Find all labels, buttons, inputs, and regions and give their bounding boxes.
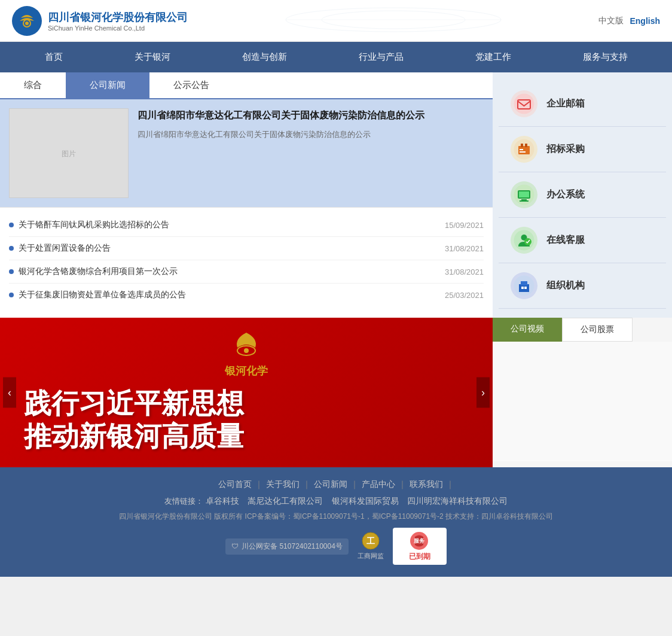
police-badge[interactable]: 🛡 川公网安备 51072402110004号 [225, 538, 349, 555]
right-sidebar: 企业邮箱 招标采购 [493, 72, 672, 318]
footer-link-about[interactable]: 关于我们 [266, 479, 300, 490]
nav-innovation[interactable]: 创造与创新 [206, 42, 323, 72]
news-dot [9, 223, 14, 227]
tab-company-video[interactable]: 公司视频 [493, 318, 562, 342]
svg-point-0 [16, 10, 38, 32]
logo-area: 四川省银河化学股份有限公司 SiChuan YinHe Chemical Co.… [12, 6, 188, 36]
news-title-1[interactable]: 关于处置闲置设备的公告 [19, 243, 439, 254]
footer-link-home[interactable]: 公司首页 [218, 479, 252, 490]
lang-en-button[interactable]: English [630, 16, 660, 26]
footer-links: 公司首页 ｜ 关于我们 ｜ 公司新闻 ｜ 产品中心 ｜ 联系我们 ｜ [12, 479, 660, 490]
nav-products[interactable]: 行业与产品 [323, 42, 439, 72]
sidebar-items: 企业邮箱 招标采购 [493, 72, 672, 318]
company-name-cn: 四川省银河化学股份有限公司 [48, 10, 188, 25]
sidebar-item-office[interactable]: 办公系统 [499, 172, 666, 218]
banner-left: 银河化学 践行习近平新思想 推动新银河高质量 ‹ › [0, 318, 493, 467]
lang-cn-button[interactable]: 中文版 [598, 16, 624, 26]
news-item-0: 关于铬酐车间钛风机采购比选招标的公告 15/09/2021 [9, 214, 484, 237]
friend-link-3[interactable]: 四川明宏海祥科技有限公司 [407, 496, 508, 506]
svg-rect-18 [519, 191, 529, 197]
footer-friends: 友情链接： 卓谷科技 嵩尼达化工有限公司 银河科发国际贸易 四川明宏海祥科技有限… [12, 496, 660, 507]
svg-text:服务: 服务 [413, 538, 425, 544]
svg-point-8 [514, 94, 534, 114]
customer-icon [511, 227, 537, 254]
banner-prev-button[interactable]: ‹ [3, 378, 16, 408]
page-header: 四川省银河化学股份有限公司 SiChuan YinHe Chemical Co.… [0, 0, 672, 42]
news-title-2[interactable]: 银河化学含铬废物综合利用项目第一次公示 [19, 266, 439, 277]
main-nav: 首页 关于银河 创造与创新 行业与产品 党建工作 服务与支持 [0, 42, 672, 72]
svg-rect-14 [520, 149, 523, 150]
news-item-2: 银河化学含铬废物综合利用项目第一次公示 31/08/2021 [9, 260, 484, 284]
gongshang-icon: 工 [362, 532, 380, 550]
news-list: 关于铬酐车间钛风机采购比选招标的公告 15/09/2021 关于处置闲置设备的公… [0, 208, 493, 312]
company-name-en: SiChuan YinHe Chemical Co.,Ltd [48, 25, 188, 32]
friends-label: 友情链接： [164, 497, 203, 506]
sidebar-item-email[interactable]: 企业邮箱 [499, 81, 666, 127]
content-tabs: 综合 公司新闻 公示公告 [0, 72, 493, 99]
friend-link-1[interactable]: 嵩尼达化工有限公司 [248, 496, 323, 506]
svg-rect-20 [520, 200, 529, 202]
tab-notice[interactable]: 公示公告 [149, 72, 233, 98]
footer-link-contact[interactable]: 联系我们 [410, 479, 443, 490]
featured-article: 图片 四川省绵阳市华意达化工有限公司关于固体废物污染防治信息的公示 四川省绵阳市… [0, 99, 493, 208]
svg-rect-28 [524, 287, 527, 289]
svg-rect-15 [520, 151, 526, 153]
tab-company-stock[interactable]: 公司股票 [562, 318, 633, 342]
svg-text:工: 工 [366, 536, 375, 546]
service-badge-icon: 服务 [406, 531, 433, 552]
article-desc: 四川省绵阳市华意达化工有限公司关于固体废物污染防治信息的公示 [138, 129, 484, 141]
nav-home[interactable]: 首页 [9, 42, 99, 72]
nav-about[interactable]: 关于银河 [99, 42, 206, 72]
logo-icon [12, 6, 42, 36]
svg-rect-26 [521, 281, 527, 285]
news-date-2: 31/08/2021 [445, 267, 484, 276]
svg-rect-13 [525, 144, 527, 147]
service-expired-badge: 服务 已到期 [393, 528, 447, 565]
news-item-3: 关于征集废旧物资处置单位备选库成员的公告 25/03/2021 [9, 284, 484, 306]
news-date-1: 31/08/2021 [445, 244, 484, 253]
article-title[interactable]: 四川省绵阳市华意达化工有限公司关于固体废物污染防治信息的公示 [138, 108, 484, 123]
banner-line2: 推动新银河高质量 [24, 420, 469, 453]
logo-text: 四川省银河化学股份有限公司 SiChuan YinHe Chemical Co.… [48, 10, 188, 32]
sidebar-item-bid[interactable]: 招标采购 [499, 127, 666, 172]
news-title-3[interactable]: 关于征集废旧物资处置单位备选库成员的公告 [19, 290, 439, 300]
banner-content: 银河化学 践行习近平新思想 推动新银河高质量 [0, 318, 493, 465]
article-text: 四川省绵阳市华意达化工有限公司关于固体废物污染防治信息的公示 四川省绵阳市华意达… [138, 108, 484, 198]
svg-point-2 [25, 22, 29, 25]
news-dot [9, 246, 14, 251]
sidebar-label-email: 企业邮箱 [546, 98, 585, 110]
footer-link-products[interactable]: 产品中心 [362, 479, 395, 490]
office-icon [511, 181, 537, 208]
svg-point-31 [244, 348, 249, 353]
sidebar-label-org: 组织机构 [546, 279, 585, 292]
tab-general[interactable]: 综合 [0, 72, 66, 98]
police-icon: 🛡 [231, 542, 239, 550]
footer-icp: 四川省银河化学股份有限公司 版权所有 ICP备案编号：蜀ICP备11009071… [12, 512, 660, 522]
friend-link-2[interactable]: 银河科发国际贸易 [332, 496, 399, 506]
lang-switcher: 中文版 English [598, 16, 660, 26]
banner-line1: 践行习近平新思想 [24, 387, 469, 420]
news-item-1: 关于处置闲置设备的公告 31/08/2021 [9, 237, 484, 260]
news-dot [9, 293, 14, 297]
sidebar-label-customer: 在线客服 [546, 234, 585, 247]
svg-rect-12 [521, 144, 523, 147]
svg-rect-27 [521, 287, 524, 289]
news-dot [9, 269, 14, 274]
gongshang-badge[interactable]: 工 工商网监 [358, 532, 384, 561]
news-date-0: 15/09/2021 [445, 221, 484, 230]
friend-link-0[interactable]: 卓谷科技 [206, 496, 239, 506]
tab-news[interactable]: 公司新闻 [66, 72, 149, 98]
news-title-0[interactable]: 关于铬酐车间钛风机采购比选招标的公告 [19, 220, 439, 230]
banner-next-button[interactable]: › [476, 378, 490, 408]
nav-service[interactable]: 服务与支持 [547, 42, 664, 72]
video-tabs: 公司视频 公司股票 [493, 318, 672, 342]
footer-link-news[interactable]: 公司新闻 [314, 479, 347, 490]
video-content [493, 342, 672, 461]
nav-party[interactable]: 党建工作 [439, 42, 547, 72]
sidebar-item-customer[interactable]: 在线客服 [499, 218, 666, 263]
police-text: 川公网安备 51072402110004号 [242, 541, 343, 552]
sidebar-item-org[interactable]: 组织机构 [499, 263, 666, 309]
footer-badges: 🛡 川公网安备 51072402110004号 工 工商网监 服务 已到期 [12, 528, 660, 565]
service-expired-text: 已到期 [409, 552, 430, 562]
banner-logo: 银河化学 [24, 330, 469, 378]
